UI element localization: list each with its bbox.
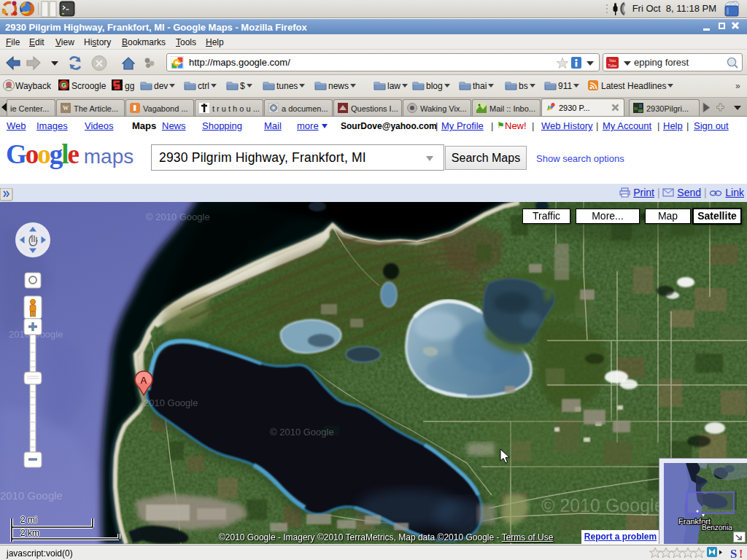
svg-text:A: A <box>140 375 147 386</box>
svg-text:W: W <box>63 105 69 112</box>
svg-text:2010 Google: 2010 Google <box>0 489 63 502</box>
svg-text:You: You <box>609 58 616 63</box>
svg-text:2010 Google: 2010 Google <box>144 397 198 408</box>
svg-text:Benzonia: Benzonia <box>702 524 732 532</box>
svg-text:G: G <box>61 82 66 89</box>
svg-text:S: S <box>730 547 737 560</box>
svg-text:© 2010 Google: © 2010 Google <box>270 427 334 438</box>
svg-text:© 2010 Google: © 2010 Google <box>146 211 210 222</box>
svg-text:© 2010 Google: © 2010 Google <box>541 495 665 516</box>
svg-text:Tube: Tube <box>608 63 616 68</box>
svg-text:!: ! <box>739 548 743 560</box>
